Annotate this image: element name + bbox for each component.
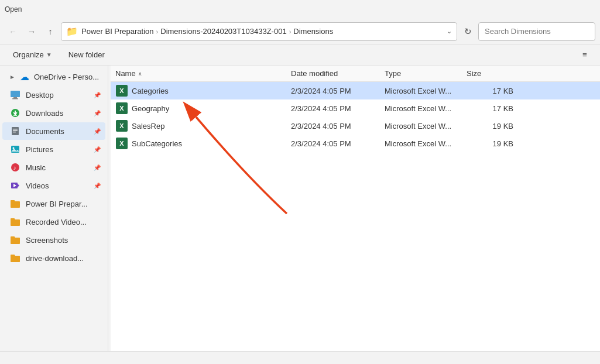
title-text: Open xyxy=(5,5,22,13)
sidebar-item-screenshots[interactable]: Screenshots xyxy=(2,231,105,249)
sidebar-item-desktop[interactable]: Desktop 📌 xyxy=(2,86,105,104)
path-part-2: Dimensions-20240203T103433Z-001 xyxy=(160,27,286,36)
svg-rect-12 xyxy=(11,146,19,153)
file-date-geography: 2/3/2024 4:05 PM xyxy=(291,104,385,113)
file-name-salesrep: SalesRep xyxy=(132,122,291,131)
sort-arrow-icon: ∧ xyxy=(138,71,142,77)
svg-rect-2 xyxy=(12,98,18,99)
path-part-1: Power BI Preparation xyxy=(81,27,154,36)
excel-icon-categories: X xyxy=(115,84,128,97)
col-type-label: Type xyxy=(385,69,401,78)
command-bar: Organize ▼ New folder ≡ xyxy=(0,44,600,66)
svg-rect-0 xyxy=(11,91,20,97)
pictures-icon xyxy=(9,143,21,155)
organize-chevron-icon: ▼ xyxy=(46,51,52,58)
documents-label: Documents xyxy=(26,127,89,136)
path-sep-2: › xyxy=(289,28,292,35)
drive-folder-icon xyxy=(9,252,21,264)
address-bar[interactable]: 📁 Power BI Preparation › Dimensions-2024… xyxy=(61,22,457,41)
sidebar-item-downloads[interactable]: Downloads 📌 xyxy=(2,104,105,122)
view-menu-icon: ≡ xyxy=(582,50,587,59)
onedrive-cloud-icon: ☁ xyxy=(20,71,29,83)
powerbi-folder-icon xyxy=(9,198,21,210)
drive-label: drive-download... xyxy=(26,254,101,263)
file-row-subcategories[interactable]: X SubCategories 2/3/2024 4:05 PM Microso… xyxy=(111,135,600,152)
col-header-type[interactable]: Type xyxy=(385,69,467,78)
file-type-subcategories: Microsoft Excel W... xyxy=(385,139,467,148)
sidebar-item-music[interactable]: ♪ Music 📌 xyxy=(2,159,105,176)
forward-button[interactable]: → xyxy=(23,23,40,40)
pictures-pin-icon: 📌 xyxy=(94,146,101,153)
music-label: Music xyxy=(26,163,89,172)
title-bar: Open xyxy=(0,0,600,19)
back-button[interactable]: ← xyxy=(5,23,21,40)
path-part-3: Dimensions xyxy=(293,27,333,36)
file-size-categories: 17 KB xyxy=(467,87,513,95)
main-layout: ► ☁ OneDrive - Perso... Desktop 📌 Downlo… xyxy=(0,66,600,351)
file-row-categories[interactable]: X Categories 2/3/2024 4:05 PM Microsoft … xyxy=(111,82,600,99)
sidebar-item-recorded[interactable]: Recorded Video... xyxy=(2,213,105,231)
videos-pin-icon: 📌 xyxy=(94,183,101,189)
organize-button[interactable]: Organize ▼ xyxy=(7,47,58,63)
col-header-name[interactable]: Name ∧ xyxy=(115,69,291,78)
address-path: Power BI Preparation › Dimensions-202402… xyxy=(81,27,333,36)
col-date-label: Date modified xyxy=(291,69,338,78)
file-row-geography[interactable]: X Geography 2/3/2024 4:05 PM Microsoft E… xyxy=(111,99,600,117)
powerbi-label: Power BI Prepar... xyxy=(26,200,101,208)
new-folder-button[interactable]: New folder xyxy=(63,47,111,63)
svg-text:♪: ♪ xyxy=(13,164,16,171)
sidebar: ► ☁ OneDrive - Perso... Desktop 📌 Downlo… xyxy=(0,66,108,351)
downloads-icon xyxy=(9,107,21,119)
file-size-salesrep: 19 KB xyxy=(467,122,513,131)
svg-rect-11 xyxy=(13,132,16,132)
pictures-label: Pictures xyxy=(26,145,89,154)
new-folder-label: New folder xyxy=(68,50,105,59)
onedrive-label: OneDrive - Perso... xyxy=(34,73,99,81)
col-header-date[interactable]: Date modified xyxy=(291,69,385,78)
refresh-button[interactable]: ↻ xyxy=(460,23,476,40)
file-type-geography: Microsoft Excel W... xyxy=(385,104,467,113)
file-date-categories: 2/3/2024 4:05 PM xyxy=(291,87,385,95)
music-pin-icon: 📌 xyxy=(94,164,101,171)
file-size-subcategories: 19 KB xyxy=(467,139,513,148)
sidebar-item-videos[interactable]: Videos 📌 xyxy=(2,177,105,194)
sidebar-item-onedrive[interactable]: ► ☁ OneDrive - Perso... xyxy=(2,68,105,85)
file-name-categories: Categories xyxy=(132,87,291,95)
file-name-geography: Geography xyxy=(132,104,291,113)
view-menu-button[interactable]: ≡ xyxy=(577,47,593,63)
excel-icon-geography: X xyxy=(115,102,128,115)
onedrive-expand-icon: ► xyxy=(9,74,15,80)
file-date-salesrep: 2/3/2024 4:05 PM xyxy=(291,122,385,131)
col-size-label: Size xyxy=(467,69,481,78)
downloads-pin-icon: 📌 xyxy=(94,110,101,116)
file-list: X Categories 2/3/2024 4:05 PM Microsoft … xyxy=(111,82,600,351)
videos-icon xyxy=(9,180,21,191)
screenshots-label: Screenshots xyxy=(26,236,101,245)
path-sep-1: › xyxy=(156,28,159,35)
col-header-size[interactable]: Size xyxy=(467,69,513,78)
svg-marker-18 xyxy=(18,184,19,187)
sidebar-item-documents[interactable]: Documents 📌 xyxy=(2,122,105,140)
videos-label: Videos xyxy=(26,181,89,190)
music-icon: ♪ xyxy=(9,162,21,173)
sidebar-item-pictures[interactable]: Pictures 📌 xyxy=(2,140,105,158)
file-row-salesrep[interactable]: X SalesRep 2/3/2024 4:05 PM Microsoft Ex… xyxy=(111,117,600,135)
sidebar-item-drive[interactable]: drive-download... xyxy=(2,249,105,267)
desktop-icon xyxy=(9,89,21,101)
col-name-label: Name xyxy=(115,69,136,78)
column-headers: Name ∧ Date modified Type Size xyxy=(111,66,600,82)
desktop-pin-icon: 📌 xyxy=(94,92,101,98)
recorded-label: Recorded Video... xyxy=(26,218,101,226)
file-type-categories: Microsoft Excel W... xyxy=(385,87,467,95)
excel-icon-subcategories: X xyxy=(115,137,128,150)
up-button[interactable]: ↑ xyxy=(42,23,59,40)
sidebar-item-powerbi[interactable]: Power BI Prepar... xyxy=(2,195,105,212)
status-bar xyxy=(0,351,600,364)
file-area: Name ∧ Date modified Type Size X Categor… xyxy=(111,66,600,351)
svg-rect-8 xyxy=(12,127,19,135)
desktop-label: Desktop xyxy=(26,91,89,99)
svg-rect-10 xyxy=(13,131,18,131)
address-dropdown-arrow[interactable]: ⌄ xyxy=(447,28,452,35)
search-input[interactable] xyxy=(478,22,595,41)
file-date-subcategories: 2/3/2024 4:05 PM xyxy=(291,139,385,148)
